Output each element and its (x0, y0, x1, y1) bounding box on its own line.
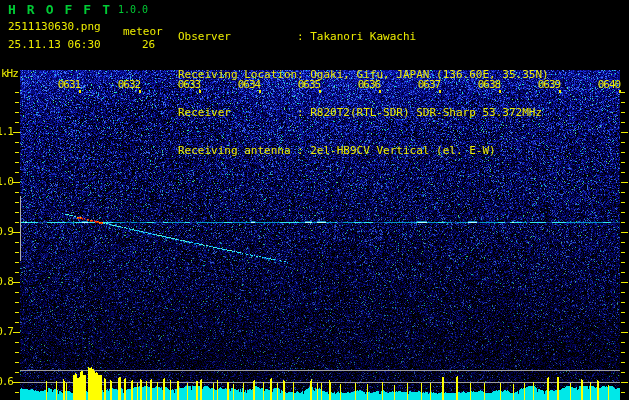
meta-separator: : (297, 30, 310, 42)
y-axis-unit-label: kHz (1, 68, 18, 79)
time-label-0633: 0633 (175, 79, 203, 90)
freq-label-0.7: 0.7 (0, 326, 13, 337)
meta-value: Takanori Kawachi (310, 30, 416, 42)
meta-value: 2el-HB9CV Vertical (el. E-W) (310, 144, 495, 156)
mode-label: meteor (123, 26, 163, 37)
echo-count-badge: 26 (142, 39, 155, 50)
meta-label: Receiver (178, 106, 297, 118)
time-label-0638: 0638 (475, 79, 503, 90)
time-label-0636: 0636 (355, 79, 383, 90)
app-title: HROFFT (8, 3, 121, 16)
meta-separator: : (297, 144, 310, 156)
meta-separator: : (297, 106, 310, 118)
station-metadata: Observer: Takanori Kawachi Receiving Loc… (178, 4, 549, 182)
time-label-0631: 0631 (55, 79, 83, 90)
filename-label: 2511130630.png (8, 21, 101, 32)
freq-label-1.1: 1.1 (0, 126, 13, 137)
meta-row-receiver: Receiver: R820T2(RTL-SDR) SDR-Sharp 53.3… (178, 106, 549, 118)
meta-row-antenna: Receiving antenna: 2el-HB9CV Vertical (e… (178, 144, 549, 156)
time-label-0639: 0639 (535, 79, 563, 90)
datetime-label: 25.11.13 06:30 (8, 39, 101, 50)
time-label-0637: 0637 (415, 79, 443, 90)
meta-row-observer: Observer: Takanori Kawachi (178, 30, 549, 42)
meta-label: Receiving antenna (178, 144, 297, 156)
hrofft-screen: HROFFT 1.0.0 2511130630.png meteor 25.11… (0, 0, 629, 400)
time-label-0634: 0634 (235, 79, 263, 90)
freq-label-0.6: 0.6 (0, 376, 13, 387)
time-label-0632: 0632 (115, 79, 143, 90)
freq-label-0.8: 0.8 (0, 276, 13, 287)
meta-value: R820T2(RTL-SDR) SDR-Sharp 53.372MHz (310, 106, 542, 118)
freq-label-1.0: 1.0 (0, 176, 13, 187)
time-label-0635: 0635 (295, 79, 323, 90)
app-version: 1.0.0 (118, 5, 148, 15)
meta-label: Observer (178, 30, 297, 42)
time-label-0640: 0640 (595, 79, 623, 90)
freq-label-0.9: 0.9 (0, 226, 13, 237)
